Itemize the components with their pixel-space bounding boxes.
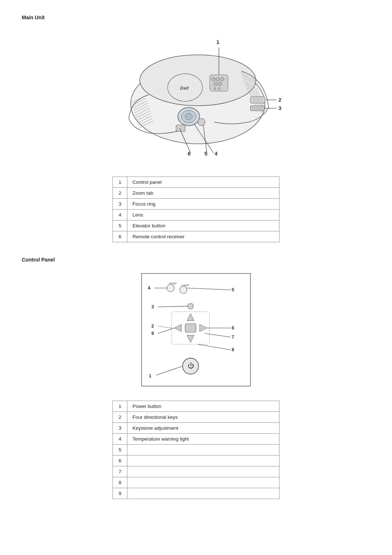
part-number: 2 — [113, 412, 127, 423]
control-panel-title: Control Panel — [22, 257, 370, 263]
part-number: 9 — [113, 488, 127, 499]
control-panel-svg: TEMP LAMP ⏻ 1 — [134, 270, 258, 390]
table-row: 1 Power button — [113, 401, 279, 412]
svg-text:6: 6 — [232, 325, 234, 331]
svg-point-22 — [214, 82, 217, 86]
main-unit-section: Main Unit — [22, 15, 370, 242]
svg-point-43 — [198, 118, 205, 126]
control-panel-section: Control Panel TEMP LAMP — [22, 257, 370, 499]
part-label: Lens — [127, 210, 279, 220]
svg-point-25 — [218, 88, 220, 90]
svg-text:⏻: ⏻ — [188, 362, 194, 369]
svg-text:1: 1 — [149, 373, 151, 378]
part-number: 4 — [113, 210, 127, 220]
svg-point-42 — [185, 113, 192, 120]
part-label — [127, 477, 279, 488]
svg-text:7: 7 — [232, 334, 234, 340]
main-unit-title: Main Unit — [22, 15, 370, 20]
main-unit-parts-table: 1 Control panel2 Zoom tab3 Focus ring4 L… — [113, 177, 279, 242]
svg-text:6: 6 — [188, 150, 191, 157]
svg-rect-26 — [250, 97, 265, 103]
part-number: 8 — [113, 477, 127, 488]
part-label: Elevator button — [127, 220, 279, 231]
table-row: 5 Elevator button — [113, 220, 279, 231]
svg-text:3: 3 — [151, 304, 154, 309]
part-label — [127, 455, 279, 466]
svg-point-71 — [180, 286, 187, 293]
part-number: 3 — [113, 423, 127, 434]
part-number: 1 — [113, 177, 127, 188]
table-row: 3 Keystone adjustment — [113, 423, 279, 434]
table-row: 7 — [113, 466, 279, 477]
part-label — [127, 488, 279, 499]
table-row: 1 Control panel — [113, 177, 279, 188]
part-number: 5 — [113, 220, 127, 231]
svg-text:1: 1 — [216, 39, 219, 45]
part-label: Control panel — [127, 177, 279, 188]
svg-point-20 — [216, 77, 220, 81]
part-number: 1 — [113, 401, 127, 412]
svg-text:LAMP: LAMP — [181, 284, 189, 287]
part-label — [127, 466, 279, 477]
part-label — [127, 445, 279, 455]
part-label: Temperature warning light — [127, 434, 279, 445]
part-number: 7 — [113, 466, 127, 477]
svg-text:5: 5 — [232, 287, 234, 292]
svg-point-73 — [188, 303, 193, 309]
part-label: Focus ring — [127, 199, 279, 210]
svg-text:2: 2 — [278, 97, 281, 103]
part-number: 4 — [113, 434, 127, 445]
svg-point-19 — [212, 77, 215, 81]
svg-point-69 — [167, 284, 174, 292]
projector-diagram: Dell — [22, 28, 370, 169]
part-label: Remote control receiver — [127, 231, 279, 242]
svg-text:2: 2 — [151, 323, 154, 329]
table-row: 3 Focus ring — [113, 199, 279, 210]
svg-text:8: 8 — [232, 347, 234, 352]
table-row: 2 Four directional keys — [113, 412, 279, 423]
table-row: 5 — [113, 445, 279, 455]
svg-text:3: 3 — [278, 105, 281, 111]
projector-svg: Dell — [102, 28, 290, 169]
part-label: Keystone adjustment — [127, 423, 279, 434]
svg-text:Dell: Dell — [180, 85, 189, 91]
svg-text:4: 4 — [148, 285, 151, 291]
table-row: 4 Temperature warning light — [113, 434, 279, 445]
table-row: 2 Zoom tab — [113, 188, 279, 199]
part-label: Four directional keys — [127, 412, 279, 423]
part-number: 6 — [113, 455, 127, 466]
svg-point-21 — [220, 77, 224, 81]
part-number: 5 — [113, 445, 127, 455]
part-label: Zoom tab — [127, 188, 279, 199]
svg-point-24 — [214, 88, 216, 90]
svg-text:4: 4 — [215, 150, 218, 157]
table-row: 6 Remote control receiver — [113, 231, 279, 242]
part-number: 6 — [113, 231, 127, 242]
svg-text:9: 9 — [151, 331, 154, 336]
svg-rect-78 — [185, 324, 196, 332]
part-label: Power button — [127, 401, 279, 412]
control-panel-parts-table: 1 Power button2 Four directional keys3 K… — [113, 401, 279, 499]
svg-text:5: 5 — [204, 150, 207, 157]
table-row: 6 — [113, 455, 279, 466]
svg-point-23 — [218, 82, 222, 86]
svg-text:TEMP: TEMP — [169, 282, 177, 285]
table-row: 9 — [113, 488, 279, 499]
part-number: 3 — [113, 199, 127, 210]
part-number: 2 — [113, 188, 127, 199]
table-row: 8 — [113, 477, 279, 488]
table-row: 4 Lens — [113, 210, 279, 220]
